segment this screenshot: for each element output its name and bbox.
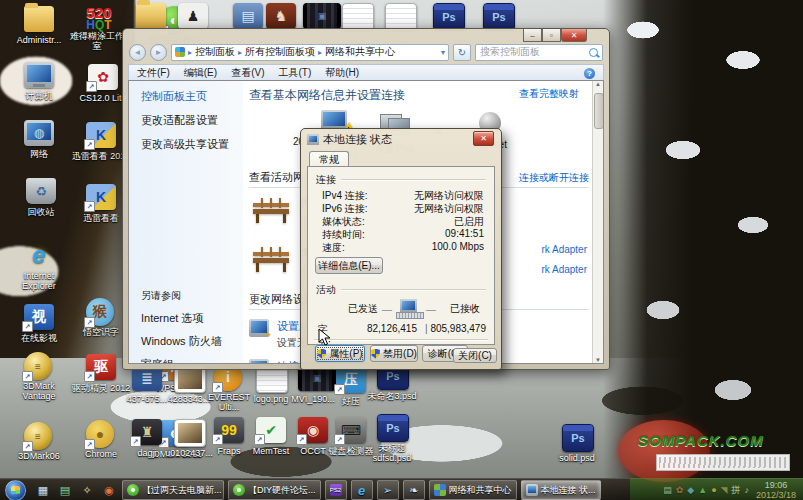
desktop-icon-internet-explorer[interactable]: eInternet Explorer: [24, 242, 54, 268]
breadcrumb-dropdown-icon[interactable]: ▾: [441, 48, 445, 57]
taskbar-button-ps-app[interactable]: PS2: [325, 480, 347, 500]
desktop-icon-top-psd-1[interactable]: Ps: [433, 3, 463, 31]
desktop-icon-top-archive[interactable]: ▤: [233, 3, 263, 29]
desktop-icon-3dmark06[interactable]: ≡3DMark06: [24, 422, 54, 450]
desktop-icon-media-app-1[interactable]: K迅雷看看 2013: [86, 122, 116, 148]
desktop-icon-media-app-2[interactable]: K迅雷看看: [86, 184, 116, 210]
tray-ime-icon[interactable]: 拼: [732, 486, 741, 495]
menu-help[interactable]: 帮助(H): [325, 66, 359, 80]
desktop-icon-occt[interactable]: ◉OCCT: [298, 417, 328, 443]
vertical-scrollbar[interactable]: ▲ ▼: [592, 81, 603, 363]
taskbar-button-internet-explorer-task[interactable]: e: [351, 480, 373, 500]
dagji-icon: ♜: [132, 419, 162, 445]
computer-label: 计算机: [8, 91, 70, 101]
desktop-icon-3dmark-vantage[interactable]: ≡3DMark Vantage: [24, 352, 54, 380]
desktop-icon-dagji[interactable]: ♜dagji: [132, 419, 162, 445]
scrollbar-thumb[interactable]: [594, 93, 604, 129]
menu-file[interactable]: 文件(F): [137, 66, 170, 80]
desktop-icon-online-video[interactable]: 视在线影视: [24, 304, 54, 330]
taskbar-button-network-sharing-center-task[interactable]: 网络和共享中心: [429, 480, 517, 500]
desktop-icon-computer[interactable]: 计算机: [24, 62, 54, 88]
tray-up-arrow-icon[interactable]: ▲: [698, 486, 707, 495]
forward-button[interactable]: ►: [150, 44, 167, 61]
back-button[interactable]: ◄: [129, 44, 146, 61]
tray-brown-icon[interactable]: ◥: [721, 486, 728, 495]
desktop-icon-top-doc-2[interactable]: [385, 3, 415, 31]
desktop-icon-top-video-file[interactable]: ▣: [303, 3, 333, 29]
menu-tools[interactable]: 工具(T): [278, 66, 311, 80]
dialog-close-action-button[interactable]: 关闭(C): [453, 348, 497, 363]
sidebar-item-change-adapter-settings[interactable]: 更改适配器设置: [141, 113, 243, 128]
taskbar-info-tool[interactable]: ◉: [100, 481, 118, 499]
desktop-icon-photo-file-2[interactable]: u0102437...: [174, 419, 204, 447]
help-icon[interactable]: ?: [584, 68, 595, 79]
menu-edit[interactable]: 编辑(E): [184, 66, 217, 80]
close-button[interactable]: ✕: [561, 29, 587, 42]
psd-untitled3-label: 未命名3.psd: [361, 391, 423, 401]
sidebar-item-windows-firewall[interactable]: Windows 防火墙: [141, 334, 222, 349]
network-bench-icon: [249, 245, 293, 275]
menu-view[interactable]: 查看(V): [231, 66, 264, 80]
desktop-icon-monkey-app[interactable]: 猴悟空识字: [86, 298, 116, 326]
sidebar-item-homegroup[interactable]: 家庭组: [141, 357, 222, 364]
taskbar-network-card-tool[interactable]: ▤: [56, 481, 74, 499]
desktop-icon-top-folder[interactable]: [136, 3, 166, 29]
refresh-button[interactable]: ↻: [453, 44, 471, 61]
desktop-icon-recycle-bin[interactable]: ♻回收站: [26, 178, 56, 204]
taskbar-button-forum-post-2[interactable]: 【DIY硬件论坛...: [228, 480, 321, 500]
connect-disconnect-link[interactable]: 连接或断开连接: [519, 171, 589, 185]
adapter-link-fragment[interactable]: rk Adapter: [541, 244, 587, 255]
desktop-icon-fraps[interactable]: 99Fraps: [214, 417, 244, 443]
taskbar-show-desktop-tool[interactable]: ▦: [34, 481, 52, 499]
scroll-up-icon[interactable]: ▲: [595, 81, 601, 87]
breadcrumb-segment[interactable]: 网络和共享中心: [325, 45, 395, 59]
desktop-icon-top-chess-horse[interactable]: ♞: [266, 3, 296, 29]
breadcrumb-segment[interactable]: 控制面板: [195, 45, 235, 59]
minimize-button[interactable]: –: [523, 29, 542, 42]
desktop-icon-haozip[interactable]: 压好压: [336, 367, 366, 393]
see-full-map-link[interactable]: 查看完整映射: [519, 87, 579, 101]
tray-yellow-icon[interactable]: ●: [711, 486, 716, 495]
uac-shield-icon: [317, 349, 326, 359]
start-button[interactable]: [5, 480, 26, 500]
sidebar-item-control-panel-home[interactable]: 控制面板主页: [141, 89, 243, 104]
tab-general[interactable]: 常规: [309, 151, 349, 167]
desktop-icon-driver-genius[interactable]: 驱驱动精灵 2012: [86, 354, 116, 380]
taskbar-button-forum-post-1[interactable]: 【过两天去电脑新...: [122, 480, 224, 500]
desktop-icon-top-psd-2[interactable]: Ps: [483, 3, 513, 31]
taskbar-button-local-connection-status-task[interactable]: 本地连接 状...: [521, 480, 601, 500]
desktop-icon-yellow-app[interactable]: ●Chrome: [86, 420, 116, 448]
taskbar-clock[interactable]: 19:06 2012/3/18: [753, 480, 803, 500]
search-box[interactable]: 搜索控制面板: [475, 44, 603, 61]
tray-red-icon[interactable]: ✿: [676, 486, 684, 495]
tray-volume-icon[interactable]: ♪: [745, 486, 750, 495]
breadcrumb[interactable]: ▸ 控制面板 ▸ 所有控制面板项 ▸ 网络和共享中心 ▾: [171, 44, 449, 61]
desktop-icon-520-hqt-art[interactable]: 520HQT难得糊涂工作室: [82, 2, 112, 36]
breadcrumb-segment[interactable]: 所有控制面板项: [245, 45, 315, 59]
taskbar-light-tool[interactable]: ✧: [78, 481, 96, 499]
desktop-icon-psd-sdfsd[interactable]: Ps未标题 sdfsd.psd: [377, 414, 407, 442]
search-icon: [589, 48, 598, 57]
breadcrumb-separator: ▸: [238, 48, 242, 57]
details-button[interactable]: 详细信息(E)...: [315, 257, 383, 274]
desktop-icon-top-doc-1[interactable]: [342, 3, 372, 31]
desktop-icon-administrator-folder[interactable]: Administr...: [24, 6, 54, 32]
sidebar-item-change-sharing-settings[interactable]: 更改高级共享设置: [141, 137, 243, 152]
tray-screenshot-icon[interactable]: ▤: [663, 486, 672, 495]
desktop-icon-memtest[interactable]: ✔MemTest: [256, 417, 286, 443]
tray-blue-icon[interactable]: ◆: [687, 486, 694, 495]
disable-button[interactable]: 禁用(D): [370, 345, 418, 362]
desktop-icon-screenshot-tool[interactable]: ✿CS12.0 Lite: [88, 64, 118, 90]
taskbar-button-dove-app[interactable]: ❧: [403, 480, 425, 500]
maximize-button[interactable]: ▫: [542, 29, 561, 42]
taskbar-button-arrow-app[interactable]: ➢: [377, 480, 399, 500]
scroll-down-icon[interactable]: ▼: [595, 357, 601, 363]
desktop-icon-psd-solid[interactable]: Pssolid.psd: [562, 424, 592, 452]
sidebar-item-internet-options[interactable]: Internet 选项: [141, 311, 222, 326]
desktop-icon-top-photographer[interactable]: ♟: [178, 3, 208, 29]
dialog-close-button[interactable]: ✕: [473, 131, 494, 146]
desktop-icon-keyboard-tester[interactable]: ⌨键盘检测器: [336, 417, 366, 443]
desktop-icon-network[interactable]: ◍网络: [24, 120, 54, 146]
adapter-link-fragment[interactable]: rk Adapter: [541, 264, 587, 275]
properties-button[interactable]: 属性(P): [315, 345, 365, 362]
